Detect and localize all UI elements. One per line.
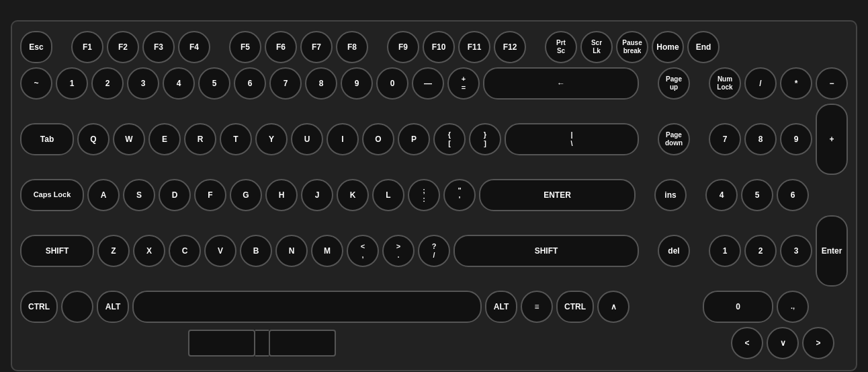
key-tilde[interactable]: ~ [20, 67, 52, 100]
key-t[interactable]: T [220, 123, 252, 155]
key-3[interactable]: 3 [127, 67, 159, 100]
key-f12[interactable]: F12 [494, 31, 526, 63]
key-tab[interactable]: Tab [20, 123, 74, 155]
key-e[interactable]: E [148, 123, 181, 155]
key-2[interactable]: 2 [91, 67, 124, 100]
key-f6[interactable]: F6 [265, 31, 297, 63]
key-o[interactable]: O [362, 123, 394, 155]
key-f10[interactable]: F10 [423, 31, 455, 63]
key-home[interactable]: Home [652, 31, 684, 63]
key-i[interactable]: I [327, 123, 359, 155]
key-backspace[interactable]: ← [483, 67, 639, 100]
key-lshift[interactable]: SHIFT [20, 235, 94, 267]
key-5[interactable]: 5 [198, 67, 230, 100]
key-m[interactable]: M [311, 235, 343, 267]
key-np6[interactable]: 6 [777, 179, 809, 211]
key-del[interactable]: del [658, 235, 690, 267]
key-f8[interactable]: F8 [336, 31, 368, 63]
key-ins[interactable]: ins [654, 179, 687, 211]
key-np8[interactable]: 8 [744, 123, 777, 155]
key-quote[interactable]: "' [443, 179, 476, 211]
key-q[interactable]: Q [77, 123, 110, 155]
key-ralt[interactable]: ALT [485, 291, 517, 323]
key-f3[interactable]: F3 [142, 31, 175, 63]
key-pause[interactable]: Pausebreak [616, 31, 648, 63]
key-esc[interactable]: Esc [20, 31, 52, 63]
key-pageup[interactable]: Pageup [658, 67, 690, 100]
key-1[interactable]: 1 [56, 67, 88, 100]
key-v[interactable]: V [204, 235, 236, 267]
key-comma[interactable]: <, [347, 235, 379, 267]
key-np2[interactable]: 2 [744, 235, 777, 267]
key-end[interactable]: End [687, 31, 720, 63]
key-arrow-down[interactable]: ∨ [767, 327, 799, 359]
key-f7[interactable]: F7 [300, 31, 333, 63]
key-npadd[interactable]: + [816, 104, 848, 175]
key-w[interactable]: W [113, 123, 145, 155]
key-prtsc[interactable]: PrtSc [545, 31, 577, 63]
key-npmul[interactable]: * [780, 67, 812, 100]
key-npsub[interactable]: − [816, 67, 848, 100]
key-slash[interactable]: ?/ [418, 235, 450, 267]
key-np1[interactable]: 1 [709, 235, 741, 267]
key-y[interactable]: Y [255, 123, 288, 155]
key-pagedown[interactable]: Pagedown [658, 123, 690, 155]
key-g[interactable]: G [230, 179, 262, 211]
key-x[interactable]: X [133, 235, 165, 267]
key-f5[interactable]: F5 [229, 31, 261, 63]
key-a[interactable]: A [87, 179, 120, 211]
key-z[interactable]: Z [97, 235, 130, 267]
key-minus[interactable]: — [412, 67, 444, 100]
key-np0[interactable]: 0 [703, 291, 773, 323]
key-h[interactable]: H [265, 179, 298, 211]
key-fn[interactable]: ∧ [597, 291, 630, 323]
key-npdiv[interactable]: / [744, 67, 777, 100]
key-4[interactable]: 4 [163, 67, 195, 100]
key-f[interactable]: F [194, 179, 226, 211]
key-rctrl[interactable]: CTRL [556, 291, 594, 323]
key-lalt[interactable]: ALT [97, 291, 129, 323]
key-scrlk[interactable]: ScrLk [580, 31, 613, 63]
key-f4[interactable]: F4 [178, 31, 210, 63]
key-enter[interactable]: ENTER [479, 179, 636, 211]
key-rshift[interactable]: SHIFT [453, 235, 639, 267]
key-npenter[interactable]: Enter [816, 215, 848, 287]
key-rbracket[interactable]: }] [469, 123, 501, 155]
key-semicolon[interactable]: ;: [408, 179, 440, 211]
key-np9[interactable]: 9 [780, 123, 812, 155]
key-f9[interactable]: F9 [387, 31, 419, 63]
key-r[interactable]: R [184, 123, 216, 155]
key-7[interactable]: 7 [269, 67, 302, 100]
key-backslash[interactable]: |\ [505, 123, 639, 155]
key-lctrl[interactable]: CTRL [20, 291, 58, 323]
key-p[interactable]: P [398, 123, 430, 155]
key-0[interactable]: 0 [376, 67, 408, 100]
key-u[interactable]: U [291, 123, 323, 155]
key-l[interactable]: L [372, 179, 404, 211]
key-6[interactable]: 6 [234, 67, 266, 100]
key-n[interactable]: N [275, 235, 308, 267]
key-numlk[interactable]: NumLock [709, 67, 741, 100]
key-f1[interactable]: F1 [71, 31, 103, 63]
key-period[interactable]: >. [382, 235, 415, 267]
key-f11[interactable]: F11 [458, 31, 490, 63]
key-np3[interactable]: 3 [780, 235, 812, 267]
key-arrow-left[interactable]: < [731, 327, 763, 359]
key-lbracket[interactable]: {[ [433, 123, 466, 155]
key-j[interactable]: J [301, 179, 333, 211]
key-np7[interactable]: 7 [709, 123, 741, 155]
key-menu[interactable]: ≡ [521, 291, 553, 323]
key-k[interactable]: K [337, 179, 369, 211]
key-d[interactable]: D [159, 179, 191, 211]
key-capslock[interactable]: Caps Lock [20, 179, 84, 211]
key-s[interactable]: S [123, 179, 155, 211]
key-np4[interactable]: 4 [705, 179, 738, 211]
key-b[interactable]: B [240, 235, 272, 267]
key-8[interactable]: 8 [305, 67, 337, 100]
key-arrow-right[interactable]: > [802, 327, 834, 359]
key-space[interactable] [132, 291, 482, 323]
key-np5[interactable]: 5 [741, 179, 773, 211]
key-f2[interactable]: F2 [107, 31, 139, 63]
key-c[interactable]: C [169, 235, 201, 267]
touchpad-left-button[interactable] [188, 330, 255, 357]
